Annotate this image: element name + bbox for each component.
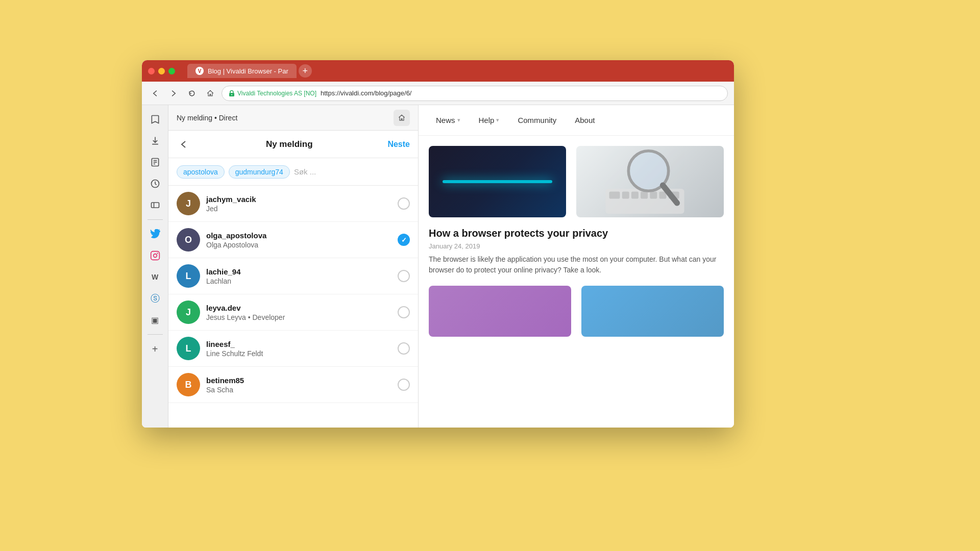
contact-checkbox-jachym[interactable] [398,197,410,210]
svg-rect-13 [609,192,620,199]
contact-name-betinem: Sa Scha [206,386,391,394]
contact-username-olga: olga_apostolova [206,231,391,240]
contact-checkbox-olga[interactable] [398,234,410,246]
contact-info-lachie: lachie_94 Lachlan [206,267,391,285]
article-date-privacy: January 24, 2019 [429,242,724,250]
website-nav: News ▾ Help ▾ Community About [419,105,734,136]
forward-button[interactable] [166,86,181,101]
article-privacy: How a browser protects your privacy Janu… [429,228,724,276]
new-tab-button[interactable]: + [299,64,312,78]
contact-username-jachym: jachym_vacik [206,195,391,204]
contact-name-jachym: Jed [206,205,391,213]
contact-item-jachym[interactable]: J jachym_vacik Jed [168,186,418,222]
sidebar-item-startpage[interactable]: ⓢ [146,289,164,308]
panel-header-title: Ny melding • Direct [177,114,237,122]
browser-window: V Blog | Vivaldi Browser - Par + [142,60,734,428]
sidebar-item-bookmarks[interactable] [146,110,164,129]
contact-name-lineesf: Line Schultz Feldt [206,349,391,358]
svg-rect-9 [151,252,159,260]
compose-header: Ny melding Neste [168,131,418,158]
nav-bar: Vivaldi Technologies AS [NO] https://viv… [142,82,734,105]
sidebar-divider [148,219,163,220]
contact-item-lachie[interactable]: L lachie_94 Lachlan [168,258,418,294]
sidebar-item-wikipedia[interactable]: W [146,268,164,286]
tab-label: Blog | Vivaldi Browser - Par [208,67,288,75]
sidebar-item-twitter[interactable] [146,225,164,243]
contact-info-leyva: leyva.dev Jesus Leyva • Developer [206,304,391,321]
address-bar[interactable]: Vivaldi Technologies AS [NO] https://viv… [222,86,728,101]
svg-rect-16 [641,192,648,199]
recipient-chip-gudmundurg74[interactable]: gudmundurg74 [229,165,290,179]
contact-item-leyva[interactable]: J leyva.dev Jesus Leyva • Developer [168,294,418,331]
article-excerpt-privacy: The browser is likely the application yo… [429,254,724,276]
contact-username-betinem: betinem85 [206,376,391,385]
panel-home-button[interactable] [394,110,410,126]
contact-info-lineesf: lineesf_ Line Schultz Feldt [206,340,391,358]
minimize-button[interactable] [158,68,165,74]
title-bar: V Blog | Vivaldi Browser - Par + [142,60,734,82]
contact-item-betinem[interactable]: B betinem85 Sa Scha [168,367,418,403]
sidebar: W ⓢ ▣ + [142,105,168,428]
avatar-jachym: J [177,192,200,215]
close-button[interactable] [148,68,155,74]
website-nav-about[interactable]: About [568,112,602,129]
website-background: News ▾ Help ▾ Community About [419,105,734,428]
compose-next-button[interactable]: Neste [387,140,410,149]
website-nav-help[interactable]: Help ▾ [472,112,507,129]
back-button[interactable] [148,86,162,101]
article-title-privacy: How a browser protects your privacy [429,228,724,239]
avatar-lineesf: L [177,337,200,360]
recipient-chip-apostolova[interactable]: apostolova [177,165,225,179]
panel-header: Ny melding • Direct [168,105,418,131]
contact-checkbox-lachie[interactable] [398,270,410,282]
compose-back-button[interactable] [177,137,191,152]
contact-info-jachym: jachym_vacik Jed [206,195,391,213]
svg-point-10 [153,254,157,258]
sidebar-item-add[interactable]: + [146,340,164,358]
svg-rect-14 [622,192,629,199]
reload-button[interactable] [185,86,199,101]
contact-name-leyva: Jesus Leyva • Developer [206,313,391,321]
avatar-leyva: J [177,300,200,324]
sidebar-item-panel[interactable] [146,196,164,214]
website-nav-news[interactable]: News ▾ [429,112,468,129]
browser-content: W ⓢ ▣ + Ny melding • Direct [142,105,734,428]
home-button[interactable] [203,86,217,101]
contact-username-lachie: lachie_94 [206,267,391,276]
sidebar-item-instagram[interactable] [146,246,164,265]
contact-item-olga[interactable]: O olga_apostolova Olga Apostolova [168,222,418,258]
avatar-lachie: L [177,264,200,288]
sidebar-item-notes[interactable] [146,153,164,171]
svg-rect-15 [631,192,639,199]
svg-point-1 [231,94,232,95]
contact-checkbox-lineesf[interactable] [398,342,410,355]
web-content: Ny melding • Direct Ny melding Neste apo… [168,105,734,428]
contact-info-olga: olga_apostolova Olga Apostolova [206,231,391,249]
svg-rect-17 [650,192,657,199]
tab-bar: V Blog | Vivaldi Browser - Par + [187,64,312,78]
ssl-org: Vivaldi Technologies AS [NO] [237,90,316,97]
avatar-olga: O [177,228,200,252]
contact-username-leyva: leyva.dev [206,304,391,312]
vivaldi-favicon: V [195,67,204,75]
recipient-area: apostolova gudmundurg74 Søk ... [168,158,418,186]
contact-checkbox-leyva[interactable] [398,306,410,318]
active-tab[interactable]: V Blog | Vivaldi Browser - Par [187,64,297,78]
ssl-badge: Vivaldi Technologies AS [NO] [228,90,316,97]
sidebar-item-custom[interactable]: ▣ [146,311,164,329]
recipient-search-placeholder[interactable]: Søk ... [294,167,316,176]
traffic-lights [148,68,175,74]
address-url: https://vivaldi.com/blog/page/6/ [321,89,412,97]
website-nav-community[interactable]: Community [510,112,564,129]
contact-info-betinem: betinem85 Sa Scha [206,376,391,394]
contact-list: J jachym_vacik Jed O olga_apostolova Olg… [168,186,418,428]
sidebar-item-history[interactable] [146,174,164,193]
svg-point-11 [157,253,158,254]
dm-panel: Ny melding • Direct Ny melding Neste apo… [168,105,419,428]
sidebar-item-downloads[interactable] [146,132,164,150]
compose-title: Ny melding [266,139,313,149]
contact-name-lachie: Lachlan [206,277,391,285]
contact-checkbox-betinem[interactable] [398,379,410,391]
maximize-button[interactable] [168,68,175,74]
contact-item-lineesf[interactable]: L lineesf_ Line Schultz Feldt [168,331,418,367]
